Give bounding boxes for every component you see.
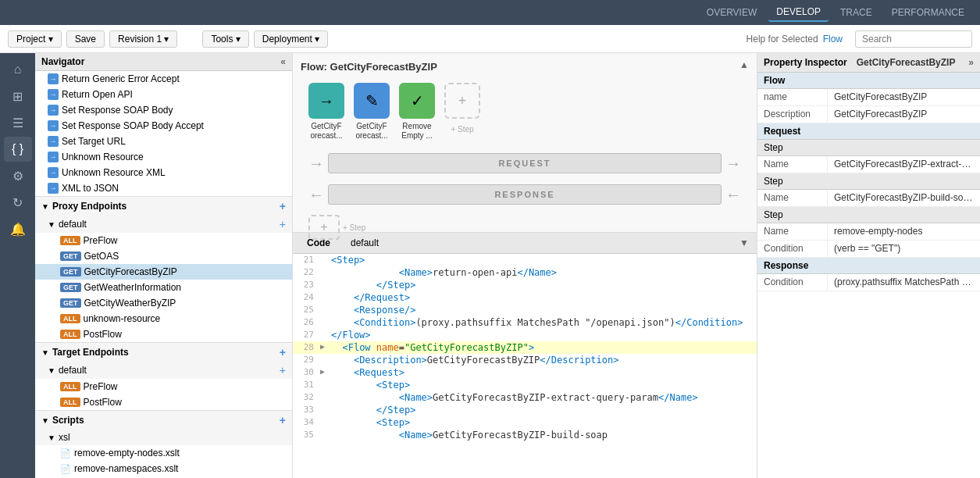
scripts-xsl-subsection[interactable]: ▼ xsl bbox=[35, 430, 292, 445]
proxy-default-subsection[interactable]: ▼ default + bbox=[35, 216, 292, 233]
step-icon-1: → bbox=[308, 83, 344, 119]
icon-bar-flow[interactable]: ↻ bbox=[4, 190, 32, 215]
nav-trace-btn[interactable]: TRACE bbox=[832, 4, 880, 21]
sidebar-collapse-icon[interactable]: « bbox=[280, 56, 286, 67]
save-button[interactable]: Save bbox=[66, 30, 105, 48]
sidebar-item-xml-to-json[interactable]: → XML to JSON bbox=[35, 180, 292, 196]
badge-all: ALL bbox=[60, 314, 80, 323]
code-line-25: 25 <Response/> bbox=[293, 304, 757, 316]
add-step-label: + Step bbox=[451, 125, 473, 134]
response-label: RESPONSE bbox=[494, 190, 554, 199]
prop-row-step3-name: Name remove-empty-nodes bbox=[757, 223, 980, 241]
icon-bar-code[interactable]: { } bbox=[4, 137, 32, 162]
step-item-3[interactable]: ✓ RemoveEmpty ... bbox=[399, 83, 435, 141]
sidebar-content: → Return Generic Error Accept → Return O… bbox=[35, 71, 292, 478]
proxy-endpoints-section[interactable]: ▼ Proxy Endpoints + bbox=[35, 196, 292, 216]
step-item-1[interactable]: → GetCityForecast... bbox=[308, 83, 344, 141]
tools-button[interactable]: Tools ▾ bbox=[202, 30, 248, 48]
target-endpoints-section[interactable]: ▼ Target Endpoints + bbox=[35, 342, 292, 362]
add-target-btn[interactable]: + bbox=[280, 346, 286, 358]
add-proxy-default-btn[interactable]: + bbox=[280, 218, 286, 230]
prop-row-step1-name: Name GetCityForecastByZIP-extract-qu... bbox=[757, 156, 980, 173]
icon-bar-notify[interactable]: 🔔 bbox=[4, 216, 32, 241]
sidebar-item-set-response-soap[interactable]: → Set Response SOAP Body bbox=[35, 102, 292, 118]
prop-value-step3-condition: (verb == "GET") bbox=[828, 241, 980, 257]
request-label: REQUEST bbox=[498, 159, 551, 168]
prop-label-description: Description bbox=[757, 106, 828, 123]
sidebar-item-return-open-api[interactable]: → Return Open API bbox=[35, 87, 292, 102]
add-step-btn[interactable]: + bbox=[444, 83, 480, 119]
prop-label-step2-name: Name bbox=[757, 190, 828, 206]
icon-bar-settings[interactable]: ⚙ bbox=[4, 163, 32, 188]
add-scripts-btn[interactable]: + bbox=[280, 414, 286, 426]
step-label-3: RemoveEmpty ... bbox=[401, 122, 432, 141]
proxy-getcityforecast-item[interactable]: GET GetCityForecastByZIP bbox=[35, 264, 292, 280]
nav-develop-btn[interactable]: DEVELOP bbox=[768, 3, 829, 22]
code-body[interactable]: 21 <Step> 22 <Name>return-open-api</Name… bbox=[293, 254, 757, 478]
bottom-add-step-btn[interactable]: + bbox=[308, 215, 340, 240]
proxy-getoas-item[interactable]: GET GetOAS bbox=[35, 248, 292, 264]
bottom-add-step[interactable]: + + Step bbox=[301, 213, 749, 241]
prop-row-name: name GetCityForecastByZIP bbox=[757, 89, 980, 106]
right-collapse-btn[interactable]: » bbox=[968, 57, 974, 68]
script-remove-namespaces[interactable]: 📄 remove-namespaces.xslt bbox=[35, 461, 292, 476]
proxy-getweather-item[interactable]: GET GetWeatherInformation bbox=[35, 280, 292, 295]
sidebar-item-return-generic[interactable]: → Return Generic Error Accept bbox=[35, 71, 292, 87]
chevron-up-icon[interactable]: ▲ bbox=[739, 59, 749, 70]
add-proxy-btn[interactable]: + bbox=[280, 200, 286, 212]
property-inspector: Property Inspector GetCityForecastByZIP … bbox=[757, 53, 980, 478]
sidebar-item-unknown-resource[interactable]: → Unknown Resource bbox=[35, 149, 292, 165]
prop-section-flow: Flow bbox=[757, 73, 980, 89]
revision-button[interactable]: Revision 1 ▾ bbox=[109, 30, 177, 48]
proxy-postflow-item[interactable]: ALL PostFlow bbox=[35, 326, 292, 342]
search-input[interactable] bbox=[855, 30, 972, 48]
badge-all: ALL bbox=[60, 398, 80, 407]
prop-step-1-header: Step bbox=[757, 140, 980, 156]
script-remove-empty-nodes[interactable]: 📄 remove-empty-nodes.xslt bbox=[35, 445, 292, 461]
code-line-23: 23 </Step> bbox=[293, 279, 757, 291]
proxy-unknown-resource-item[interactable]: ALL unknown-resource bbox=[35, 311, 292, 326]
step-item-2[interactable]: ✎ GetCityForecast... bbox=[354, 83, 390, 141]
proxy-preflow-item[interactable]: ALL PreFlow bbox=[35, 233, 292, 248]
deployment-button[interactable]: Deployment ▾ bbox=[254, 30, 328, 48]
sidebar: Navigator « → Return Generic Error Accep… bbox=[35, 53, 293, 478]
step-icon-3: ✓ bbox=[399, 83, 435, 119]
target-preflow-item[interactable]: ALL PreFlow bbox=[35, 379, 292, 394]
code-line-27: 27 </Flow> bbox=[293, 329, 757, 341]
sidebar-header: Navigator « bbox=[35, 53, 292, 71]
flow-link[interactable]: Flow bbox=[823, 34, 843, 45]
target-postflow-item[interactable]: ALL PostFlow bbox=[35, 394, 292, 410]
nav-overview-btn[interactable]: OVERVIEW bbox=[699, 4, 764, 21]
sidebar-item-set-response-soap-accept[interactable]: → Set Response SOAP Body Accept bbox=[35, 118, 292, 134]
code-line-34: 34 <Step> bbox=[293, 416, 757, 429]
code-line-29: 29 <Description>GetCityForecastByZIP</De… bbox=[293, 354, 757, 366]
prop-row-description: Description GetCityForecastByZIP bbox=[757, 106, 980, 123]
file-icon: 📄 bbox=[60, 448, 71, 458]
prop-row-step2-name: Name GetCityForecastByZIP-build-soap... bbox=[757, 190, 980, 207]
nav-performance-btn[interactable]: PERFORMANCE bbox=[884, 4, 972, 21]
badge-all: ALL bbox=[60, 382, 80, 391]
sidebar-item-unknown-resource-xml[interactable]: → Unknown Resource XML bbox=[35, 165, 292, 180]
icon-bar-box[interactable]: ⊞ bbox=[4, 84, 32, 109]
prop-value-response-condition: (proxy.pathsuffix MatchesPath "/o... bbox=[828, 274, 980, 291]
scripts-section[interactable]: ▼ Scripts + bbox=[35, 410, 292, 430]
icon-bar-home[interactable]: ⌂ bbox=[4, 57, 32, 82]
badge-get: GET bbox=[60, 298, 81, 308]
prop-value-description: GetCityForecastByZIP bbox=[828, 106, 980, 123]
project-button[interactable]: Project ▾ bbox=[8, 30, 62, 48]
icon-bar-doc[interactable]: ☰ bbox=[4, 110, 32, 135]
canvas-collapse-btn[interactable]: ▲ bbox=[739, 59, 749, 70]
prop-row-response-condition: Condition (proxy.pathsuffix MatchesPath … bbox=[757, 274, 980, 291]
prop-label-step3-condition: Condition bbox=[757, 241, 828, 257]
prop-label-step1-name: Name bbox=[757, 156, 828, 173]
prop-value-step1-name: GetCityForecastByZIP-extract-qu... bbox=[828, 156, 980, 173]
code-line-33: 33 </Step> bbox=[293, 404, 757, 416]
proxy-getcityweather-item[interactable]: GET GetCityWeatherByZIP bbox=[35, 295, 292, 311]
sidebar-item-set-target-url[interactable]: → Set Target URL bbox=[35, 134, 292, 149]
item-icon: → bbox=[48, 183, 59, 194]
target-default-subsection[interactable]: ▼ default + bbox=[35, 362, 292, 379]
add-step-area[interactable]: + + Step bbox=[444, 83, 480, 134]
add-target-default-btn[interactable]: + bbox=[280, 364, 286, 376]
arrow-right-2-icon: ← bbox=[725, 186, 741, 204]
item-icon: → bbox=[48, 73, 59, 84]
